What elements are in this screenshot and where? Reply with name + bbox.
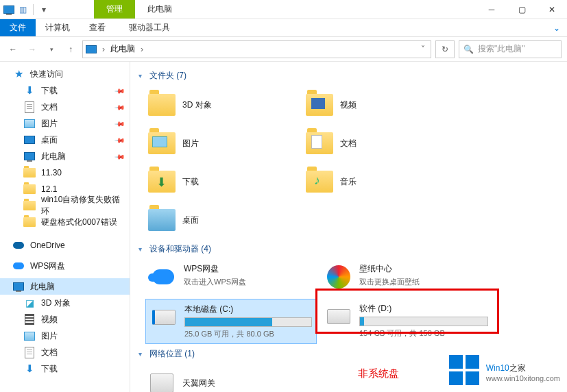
search-input[interactable]: 🔍 搜索"此电脑": [459, 40, 562, 58]
drive-c[interactable]: 本地磁盘 (C:) 25.0 GB 可用，共 80.0 GB: [145, 299, 317, 344]
address-bar[interactable]: › 此电脑 › ˅: [82, 40, 431, 58]
sidebar-item-label: 文档: [41, 101, 58, 113]
sidebar-this-pc[interactable]: 此电脑: [0, 278, 130, 295]
folder-icon: [148, 206, 176, 234]
sidebar-item-label: 3D 对象: [41, 297, 71, 309]
picture-icon: [23, 117, 36, 130]
tab-file[interactable]: 文件: [0, 19, 36, 36]
drive-label: 本地磁盘 (C:): [184, 304, 312, 315]
drive-label: 壁纸中心: [359, 263, 488, 275]
folder-icon: ♪: [306, 168, 333, 195]
navigation-bar: ← → ▾ ↑ › 此电脑 › ˅ ↻ 🔍 搜索"此电脑": [0, 37, 567, 62]
sidebar-item-pictures[interactable]: 图片📌: [0, 115, 130, 132]
back-button[interactable]: ←: [5, 42, 21, 57]
drive-subtext: 双击更换桌面壁纸: [359, 277, 488, 287]
sidebar-item-documents[interactable]: 文档: [0, 344, 130, 360]
sidebar-item-3d[interactable]: ◪3D 对象: [0, 295, 130, 311]
section-drives-header[interactable]: ▾ 设备和驱动器 (4): [133, 239, 564, 259]
tab-drive-tools[interactable]: 驱动器工具: [119, 19, 180, 36]
window-controls: ─ ▢ ✕: [476, 0, 567, 19]
section-title: 设备和驱动器 (4): [149, 243, 211, 255]
up-button[interactable]: ↑: [63, 42, 78, 57]
pin-icon: 📌: [114, 151, 125, 162]
minimize-button[interactable]: ─: [476, 0, 507, 19]
context-tab-manage[interactable]: 管理: [94, 0, 135, 19]
drive-subtext: 双击进入WPS网盘: [184, 277, 313, 287]
sidebar-item-videos[interactable]: 视频: [0, 311, 130, 328]
folder-documents[interactable]: 文档: [303, 124, 461, 162]
watermark: Win10之家 www.win10xitong.com: [449, 355, 560, 385]
qat-props-icon[interactable]: ▥: [16, 3, 29, 16]
forward-button[interactable]: →: [25, 42, 40, 57]
film-icon: [23, 313, 36, 326]
chevron-right-icon[interactable]: ›: [102, 45, 105, 54]
recent-dropdown[interactable]: ▾: [44, 42, 59, 57]
address-pc-icon: [86, 45, 97, 53]
sidebar-wps[interactable]: WPS网盘: [0, 258, 130, 274]
chevron-right-icon[interactable]: ›: [141, 45, 143, 54]
wallpaper-icon: [325, 263, 352, 291]
section-folders-header[interactable]: ▾ 文件夹 (7): [133, 66, 564, 86]
folder-icon: [148, 91, 176, 119]
folder-label: 3D 对象: [182, 99, 212, 111]
sidebar-item-label: 此电脑: [41, 151, 66, 162]
qat-dropdown-icon[interactable]: ▾: [38, 3, 50, 16]
sidebar-item-label: 图片: [41, 118, 58, 130]
network-drive-icon: [148, 369, 176, 392]
pin-icon: 📌: [114, 134, 125, 145]
sidebar-item-label: 此电脑: [30, 281, 55, 293]
tab-view[interactable]: 查看: [80, 19, 115, 36]
search-icon: 🔍: [463, 45, 474, 54]
drive-wps[interactable]: WPS网盘双击进入WPS网盘: [145, 259, 317, 295]
refresh-button[interactable]: ↻: [435, 40, 455, 58]
sidebar-item-label: 图片: [41, 330, 58, 342]
sidebar-onedrive[interactable]: OneDrive: [0, 237, 130, 254]
ribbon-help-icon[interactable]: ⌄: [546, 19, 567, 36]
title-bar: ▥ ▾ 管理 此电脑 ─ ▢ ✕: [0, 0, 567, 19]
navigation-pane: ★ 快速访问 ⬇下载📌 文档📌 图片📌 桌面📌 此电脑📌 11.30 12.1 …: [0, 62, 130, 392]
folder-pictures[interactable]: 图片: [145, 124, 303, 162]
folder-downloads[interactable]: ⬇下载: [145, 162, 303, 201]
sidebar-item-this-pc[interactable]: 此电脑📌: [0, 148, 130, 164]
annotation-text: 非系统盘: [358, 367, 399, 380]
annotation-box: [315, 289, 499, 334]
close-button[interactable]: ✕: [537, 0, 567, 19]
folder-label: 图片: [182, 138, 199, 149]
folder-label: 音乐: [340, 176, 357, 188]
tab-computer[interactable]: 计算机: [36, 19, 80, 36]
network-label: 天翼网关: [182, 378, 215, 389]
sidebar-item-documents[interactable]: 文档📌: [0, 99, 130, 115]
folder-label: 文档: [340, 138, 357, 149]
network-item[interactable]: 天翼网关: [145, 364, 303, 392]
address-dropdown-icon[interactable]: ˅: [418, 45, 428, 54]
content-pane: ▾ 文件夹 (7) 3D 对象 视频 图片 文档 ⬇下载 ♪音乐 桌面 ▾ 设备…: [130, 62, 567, 392]
sidebar-item-label: 11.30: [41, 168, 62, 177]
sidebar-item-downloads[interactable]: ⬇下载: [0, 360, 130, 377]
sidebar-item-folder[interactable]: 11.30: [0, 164, 130, 181]
section-title: 网络位置 (1): [149, 348, 195, 360]
folder-desktop[interactable]: 桌面: [145, 201, 303, 239]
wps-icon: [12, 260, 25, 272]
hdd-icon: [150, 304, 178, 331]
folder-label: 视频: [340, 99, 357, 111]
sidebar-item-label: OneDrive: [30, 241, 65, 250]
drive-subtext: 25.0 GB 可用，共 80.0 GB: [184, 329, 312, 339]
sidebar-item-folder[interactable]: win10自动修复失败循环: [0, 197, 130, 214]
document-icon: [23, 101, 36, 113]
sidebar-quick-access[interactable]: ★ 快速访问: [0, 66, 130, 82]
app-icon: [3, 3, 15, 16]
folder-icon: [23, 167, 36, 179]
download-icon: ⬇: [23, 363, 36, 375]
pin-icon: 📌: [114, 118, 125, 129]
sidebar-item-desktop[interactable]: 桌面📌: [0, 132, 130, 148]
sidebar-item-pictures[interactable]: 图片: [0, 328, 130, 344]
maximize-button[interactable]: ▢: [507, 0, 537, 19]
folder-music[interactable]: ♪音乐: [303, 162, 461, 201]
folder-3d-objects[interactable]: 3D 对象: [145, 86, 303, 124]
breadcrumb[interactable]: 此电脑: [110, 43, 135, 55]
folder-videos[interactable]: 视频: [303, 86, 461, 124]
sidebar-item-folder[interactable]: 硬盘格式化0007错误: [0, 214, 130, 230]
chevron-down-icon: ▾: [138, 350, 147, 358]
search-placeholder: 搜索"此电脑": [478, 43, 525, 55]
sidebar-item-downloads[interactable]: ⬇下载📌: [0, 82, 130, 99]
